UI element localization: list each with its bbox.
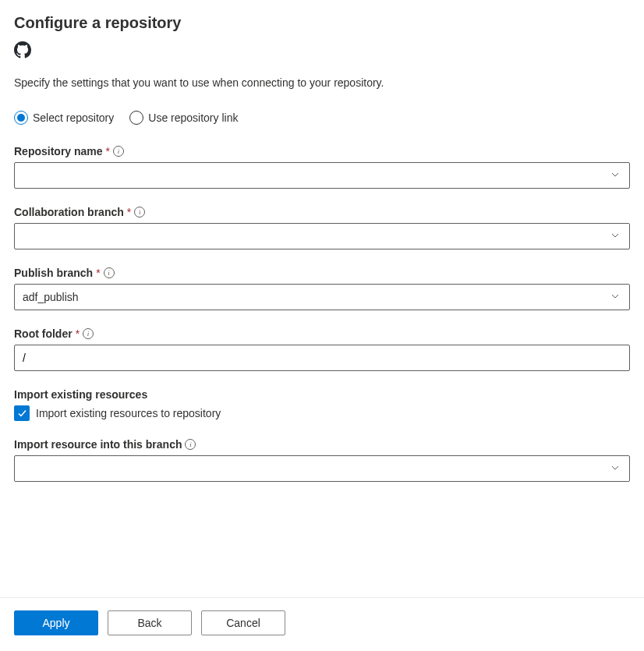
- collaboration-branch-label: Collaboration branch: [14, 206, 124, 218]
- chevron-down-icon: [610, 462, 620, 475]
- info-icon[interactable]: i: [113, 146, 124, 157]
- repo-mode-radio-group: Select repository Use repository link: [14, 111, 630, 125]
- required-mark: *: [106, 145, 110, 157]
- back-button[interactable]: Back: [108, 610, 192, 635]
- radio-icon: [129, 111, 143, 125]
- import-existing-label: Import existing resources: [14, 388, 147, 401]
- apply-button[interactable]: Apply: [14, 610, 98, 635]
- page-title: Configure a repository: [14, 14, 630, 32]
- import-branch-label: Import resource into this branch: [14, 438, 182, 451]
- required-mark: *: [96, 267, 100, 279]
- radio-use-repository-link[interactable]: Use repository link: [129, 111, 238, 125]
- github-icon: [14, 41, 630, 61]
- radio-label: Select repository: [33, 111, 114, 124]
- checkmark-icon: [17, 409, 27, 419]
- info-icon[interactable]: i: [134, 207, 145, 218]
- repository-name-dropdown[interactable]: [14, 162, 630, 189]
- chevron-down-icon: [610, 169, 620, 182]
- radio-label: Use repository link: [148, 111, 238, 124]
- cancel-button[interactable]: Cancel: [201, 610, 285, 635]
- root-folder-label: Root folder: [14, 327, 73, 340]
- publish-branch-label: Publish branch: [14, 267, 93, 279]
- collaboration-branch-dropdown[interactable]: [14, 223, 630, 249]
- import-branch-dropdown[interactable]: [14, 455, 630, 482]
- required-mark: *: [127, 206, 131, 218]
- publish-branch-dropdown[interactable]: adf_publish: [14, 284, 630, 310]
- footer-button-bar: Apply Back Cancel: [0, 597, 644, 651]
- import-existing-checkbox-label: Import existing resources to repository: [36, 407, 221, 419]
- radio-select-repository[interactable]: Select repository: [14, 111, 114, 125]
- import-existing-checkbox[interactable]: [14, 405, 30, 421]
- dropdown-value: adf_publish: [23, 291, 79, 303]
- radio-icon: [14, 111, 28, 125]
- chevron-down-icon: [610, 291, 620, 303]
- root-folder-input[interactable]: [14, 345, 630, 371]
- info-icon[interactable]: i: [83, 328, 94, 339]
- required-mark: *: [76, 327, 80, 340]
- chevron-down-icon: [610, 230, 620, 242]
- info-icon[interactable]: i: [185, 439, 196, 450]
- description-text: Specify the settings that you want to us…: [14, 76, 630, 89]
- repository-name-label: Repository name: [14, 145, 103, 157]
- info-icon[interactable]: i: [104, 267, 115, 278]
